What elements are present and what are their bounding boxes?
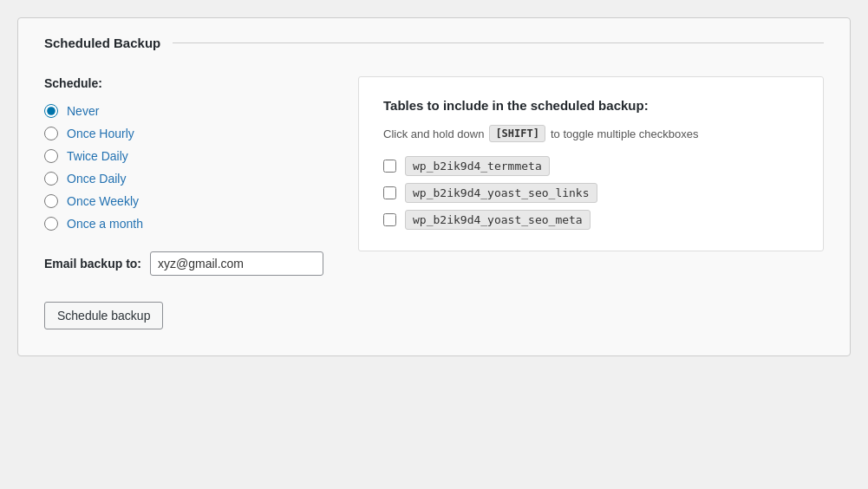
checkbox-yoast-seo-meta[interactable] [383, 213, 396, 226]
shift-hint: Click and hold down [SHIFT] to toggle mu… [383, 125, 799, 142]
email-input[interactable] [150, 251, 323, 276]
schedule-backup-button[interactable]: Schedule backup [44, 302, 163, 329]
hint-after: to toggle multiple checkboxes [551, 127, 699, 140]
radio-once-weekly[interactable] [44, 194, 58, 208]
radio-once-daily-label[interactable]: Once Daily [67, 172, 126, 186]
radio-once-hourly-label[interactable]: Once Hourly [67, 127, 134, 140]
right-section: Tables to include in the scheduled backu… [358, 76, 824, 251]
tables-heading: Tables to include in the scheduled backu… [383, 98, 799, 113]
radio-twice-daily-label[interactable]: Twice Daily [67, 149, 128, 163]
panel-divider [173, 42, 824, 43]
hint-before: Click and hold down [383, 127, 484, 140]
schedule-label: Schedule: [44, 76, 323, 90]
table-item-yoast-seo-links[interactable]: wp_b2ik9d4_yoast_seo_links [383, 183, 799, 203]
content-row: Schedule: Never Once Hourly Twice Daily [44, 76, 824, 329]
schedule-radio-group: Never Once Hourly Twice Daily Once Daily [44, 104, 323, 231]
table-name-termmeta: wp_b2ik9d4_termmeta [405, 156, 550, 176]
radio-item-once-hourly[interactable]: Once Hourly [44, 127, 323, 140]
radio-once-month-label[interactable]: Once a month [67, 217, 143, 231]
radio-once-month[interactable] [44, 217, 58, 231]
radio-once-hourly[interactable] [44, 127, 58, 140]
radio-twice-daily[interactable] [44, 149, 58, 163]
radio-once-daily[interactable] [44, 172, 58, 186]
radio-once-weekly-label[interactable]: Once Weekly [67, 194, 139, 208]
email-row: Email backup to: [44, 251, 323, 276]
table-name-yoast-seo-links: wp_b2ik9d4_yoast_seo_links [405, 183, 597, 203]
radio-item-never[interactable]: Never [44, 104, 323, 118]
radio-never[interactable] [44, 104, 58, 118]
table-list: wp_b2ik9d4_termmeta wp_b2ik9d4_yoast_seo… [383, 156, 799, 230]
radio-item-once-daily[interactable]: Once Daily [44, 172, 323, 186]
checkbox-yoast-seo-links[interactable] [383, 186, 396, 199]
radio-never-label[interactable]: Never [67, 104, 99, 118]
table-item-termmeta[interactable]: wp_b2ik9d4_termmeta [383, 156, 799, 176]
panel-header: Scheduled Backup [44, 36, 824, 50]
email-label: Email backup to: [44, 257, 141, 271]
checkbox-termmeta[interactable] [383, 160, 396, 173]
shift-badge: [SHIFT] [489, 125, 545, 142]
left-section: Schedule: Never Once Hourly Twice Daily [44, 76, 323, 329]
panel-title: Scheduled Backup [44, 36, 160, 50]
table-name-yoast-seo-meta: wp_b2ik9d4_yoast_seo_meta [405, 210, 591, 230]
table-item-yoast-seo-meta[interactable]: wp_b2ik9d4_yoast_seo_meta [383, 210, 799, 230]
radio-item-once-weekly[interactable]: Once Weekly [44, 194, 323, 208]
radio-item-twice-daily[interactable]: Twice Daily [44, 149, 323, 163]
scheduled-backup-panel: Scheduled Backup Schedule: Never Once Ho… [17, 17, 851, 356]
radio-item-once-month[interactable]: Once a month [44, 217, 323, 231]
